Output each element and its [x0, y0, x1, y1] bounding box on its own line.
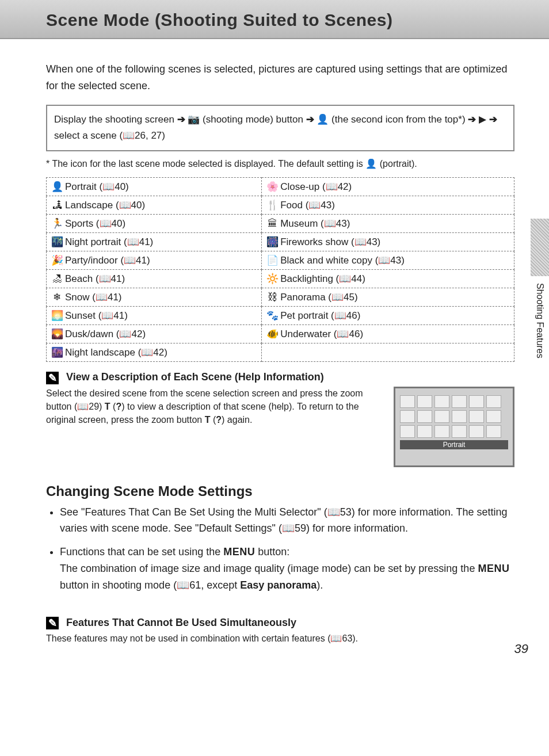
ci1-ref1: 53 — [340, 506, 352, 518]
scene-table-cell: 🏃Sports (📖40) — [47, 215, 262, 233]
menu-button-glyph: MENU — [223, 546, 255, 558]
arrow-icon: ➔ — [489, 114, 497, 125]
scene-mode-icon: 📄 — [266, 254, 278, 266]
scene-mode-pageref: 41) — [113, 310, 128, 321]
nav-seg-3: (the second icon from the top*) — [331, 114, 465, 125]
zoom-t-glyph: T — [205, 415, 211, 425]
cannot-note-body: These features may not be used in combin… — [46, 632, 514, 645]
help-note-heading: ✎ View a Description of Each Scene (Help… — [46, 371, 514, 384]
book-icon: 📖 — [127, 236, 139, 247]
scene-mode-pageref: 42) — [338, 181, 352, 192]
scene-mode-name: Night landscape ( — [65, 347, 141, 358]
scene-mode-icon: 🎉 — [51, 254, 63, 266]
help-note-body: Select the desired scene from the scene … — [46, 387, 384, 427]
menu-button-glyph: MENU — [478, 563, 509, 574]
scene-table-cell: 🐠Underwater (📖46) — [262, 325, 514, 343]
scene-mode-icon: 🌄 — [51, 328, 63, 340]
scene-mode-name: Panorama ( — [280, 292, 331, 303]
scene-mode-icon: 🏖 — [51, 273, 63, 285]
scene-mode-icon: ⛓ — [266, 292, 278, 303]
book-icon: 📖 — [327, 506, 340, 518]
scene-mode-name: Party/indoor ( — [65, 255, 124, 266]
changing-item-1: See "Features That Can Be Set Using the … — [60, 504, 514, 537]
scene-mode-pageref: 42) — [153, 347, 167, 358]
scene-mode-pageref: 46) — [349, 329, 363, 339]
nav-pageref: 26, 27 — [135, 130, 162, 141]
scene-mode-name: Backlighting ( — [280, 273, 339, 284]
pencil-icon: ✎ — [46, 372, 59, 384]
scene-icon: 👤 — [365, 159, 377, 169]
scene-table-cell: 🌆Night landscape (📖42) — [47, 343, 262, 362]
help-2: ) — [99, 402, 102, 411]
scene-icon: 👤 — [317, 114, 329, 125]
cannot-note-heading: ✎ Features That Cannot Be Used Simultane… — [46, 617, 514, 629]
book-icon: 📖 — [378, 255, 390, 266]
scene-mode-pageref: 44) — [351, 273, 365, 284]
arrow-icon: ➔ — [306, 114, 314, 125]
pencil-icon: ✎ — [46, 617, 59, 629]
scene-mode-pageref: 41) — [136, 255, 150, 266]
question-icon: ? — [116, 402, 121, 411]
cannot-tail: ). — [352, 633, 358, 643]
help-4: again. — [227, 415, 253, 425]
book-icon: 📖 — [141, 347, 153, 358]
nav-seg-5: ) — [162, 130, 165, 141]
thumb-index-hatch — [531, 219, 549, 276]
scene-selection-screenshot: Portrait — [394, 387, 514, 467]
cannot-text: These features may not be used in combin… — [46, 633, 330, 643]
ci2-ref: 61 — [189, 579, 201, 591]
scene-mode-icon: 🍴 — [266, 199, 278, 211]
book-icon: 📖 — [177, 579, 189, 591]
scene-mode-icon: 🌆 — [51, 346, 63, 358]
scene-table-cell: 🎉Party/indoor (📖41) — [47, 251, 262, 270]
scene-mode-pageref: 41) — [111, 273, 125, 284]
scene-mode-name: Sports ( — [65, 218, 100, 229]
scene-mode-pageref: 43) — [336, 218, 350, 229]
scene-mode-icon: 🏛 — [266, 218, 278, 230]
scene-table-cell: 🌃Night portrait (📖41) — [47, 233, 262, 251]
page-header-band: Scene Mode (Shooting Suited to Scenes) — [0, 0, 549, 39]
scene-table-cell: 🏖Beach (📖41) — [47, 270, 262, 288]
ci1-c: ) for more information. — [306, 522, 408, 534]
scene-mode-icon: 🔆 — [266, 273, 278, 285]
scene-table-cell: 📄Black and white copy (📖43) — [262, 251, 514, 270]
scene-table-cell: ⛓Panorama (📖45) — [262, 288, 514, 307]
intro-text: When one of the following scenes is sele… — [46, 61, 514, 94]
ci2-a: Functions that can be set using the — [60, 546, 220, 558]
scene-mode-icon: 🏞 — [51, 200, 63, 211]
scene-mode-name: Dusk/dawn ( — [65, 329, 119, 339]
scene-mode-pageref: 43) — [321, 200, 335, 211]
scene-table-cell: 🐾Pet portrait (📖46) — [262, 307, 514, 325]
scene-mode-pageref: 43) — [390, 255, 405, 266]
scene-mode-name: Portrait ( — [65, 181, 102, 192]
changing-heading: Changing Scene Mode Settings — [46, 483, 514, 499]
scene-mode-icon: 👤 — [51, 181, 63, 193]
scene-mode-pageref: 41) — [108, 292, 122, 303]
ci2-e: , except — [201, 579, 237, 591]
play-icon: ▶ — [479, 114, 486, 125]
book-icon: 📖 — [334, 310, 346, 321]
scene-mode-pageref: 46) — [346, 310, 361, 321]
book-icon: 📖 — [100, 218, 112, 229]
arrow-icon: ➔ — [468, 114, 476, 125]
section-thumb-index: Shooting Features — [531, 219, 549, 358]
question-icon: ? — [216, 415, 222, 425]
scene-mode-name: Beach ( — [65, 273, 99, 284]
scene-table-cell: 🌄Dusk/dawn (📖42) — [47, 325, 262, 343]
scene-mode-pageref: 40) — [115, 181, 129, 192]
book-icon: 📖 — [324, 218, 336, 229]
scene-mode-name: Black and white copy ( — [280, 255, 378, 266]
scene-table-cell: 🌸Close-up (📖42) — [262, 178, 514, 196]
book-icon: 📖 — [99, 273, 111, 284]
scene-mode-pageref: 42) — [131, 329, 146, 339]
help-note-title: View a Description of Each Scene (Help I… — [66, 371, 324, 383]
book-icon: 📖 — [339, 273, 351, 284]
scene-mode-icon: 🐠 — [266, 328, 278, 340]
book-icon: 📖 — [77, 402, 89, 411]
scene-mode-name: Landscape ( — [65, 200, 119, 211]
scene-mode-name: Museum ( — [280, 218, 324, 229]
cannot-ref: 63 — [342, 633, 352, 643]
scene-mode-icon: 🌸 — [266, 181, 278, 193]
ci2-bold: Easy panorama — [240, 579, 317, 591]
nav-seg-2: (shooting mode) button — [203, 114, 303, 125]
